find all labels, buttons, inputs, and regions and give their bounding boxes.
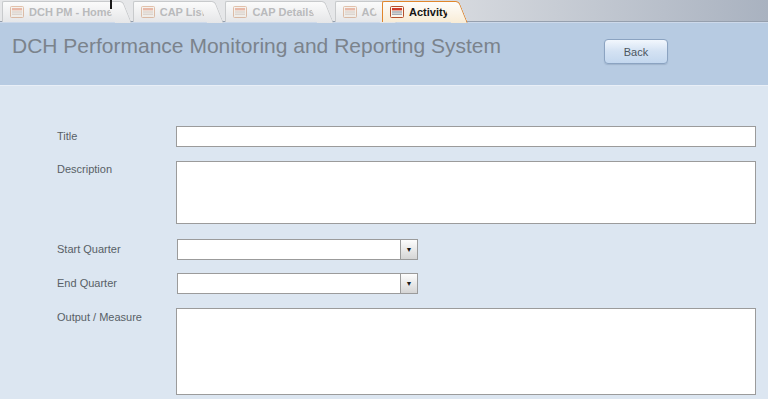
app-window: DCH PM - Home CAP List CAP Details AO xyxy=(0,0,768,399)
cursor-caret-artifact xyxy=(110,0,112,9)
start-quarter-label: Start Quarter xyxy=(57,243,121,255)
dropdown-button[interactable]: ▼ xyxy=(400,240,417,259)
description-textarea[interactable] xyxy=(176,161,756,224)
tab-ao[interactable]: AO xyxy=(335,1,381,22)
output-measure-textarea[interactable] xyxy=(176,308,756,395)
form-icon xyxy=(343,6,357,18)
title-label: Title xyxy=(57,130,77,142)
tab-activity[interactable]: Activity xyxy=(382,1,451,22)
form-body: Title Description Start Quarter ▼ End Qu… xyxy=(0,85,768,399)
start-quarter-combobox[interactable]: ▼ xyxy=(177,239,418,260)
document-tab-bar: DCH PM - Home CAP List CAP Details AO xyxy=(0,0,768,22)
combobox-value xyxy=(178,274,400,293)
chevron-down-icon: ▼ xyxy=(406,246,413,253)
dropdown-button[interactable]: ▼ xyxy=(400,274,417,293)
combobox-value xyxy=(178,240,400,259)
form-icon xyxy=(233,6,247,18)
description-label: Description xyxy=(57,163,112,175)
output-measure-label: Output / Measure xyxy=(57,311,142,323)
tab-cap-details[interactable]: CAP Details xyxy=(225,1,316,22)
title-input[interactable] xyxy=(176,126,756,147)
tab-dch-pm-home[interactable]: DCH PM - Home xyxy=(2,1,115,22)
tab-label: CAP Details xyxy=(252,6,314,18)
form-header: DCH Performance Monitoring and Reporting… xyxy=(0,22,768,85)
chevron-down-icon: ▼ xyxy=(406,280,413,287)
back-button[interactable]: Back xyxy=(604,39,668,64)
tab-label: CAP List xyxy=(160,6,206,18)
tab-cap-list[interactable]: CAP List xyxy=(133,1,208,22)
tab-label: DCH PM - Home xyxy=(29,6,113,18)
tab-label: Activity xyxy=(409,6,449,18)
form-icon xyxy=(390,6,404,18)
tab-label: AO xyxy=(362,6,379,18)
tab-list: DCH PM - Home CAP List CAP Details AO xyxy=(2,0,469,22)
end-quarter-label: End Quarter xyxy=(57,277,117,289)
form-icon xyxy=(10,6,24,18)
form-icon xyxy=(141,6,155,18)
end-quarter-combobox[interactable]: ▼ xyxy=(177,273,418,294)
page-title: DCH Performance Monitoring and Reporting… xyxy=(12,34,501,58)
